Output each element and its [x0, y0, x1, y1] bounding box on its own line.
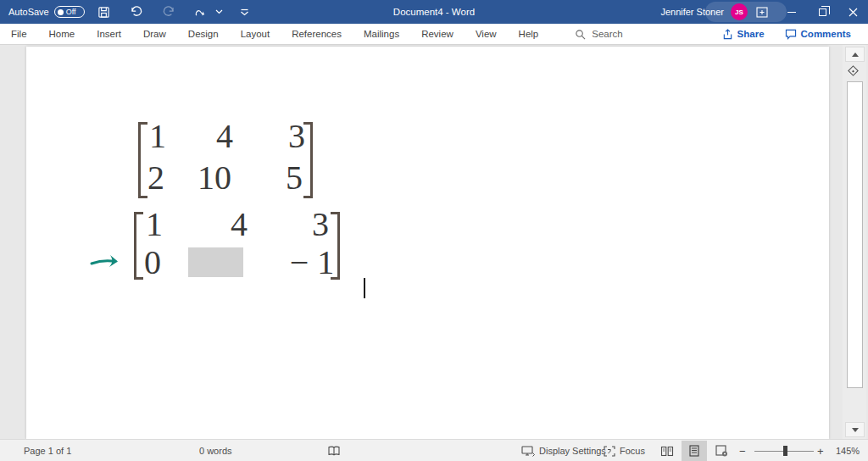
share-button[interactable]: Share [712, 24, 775, 45]
focus-mode-button[interactable]: Focus [604, 440, 645, 461]
display-settings-button[interactable]: Display Settings [521, 440, 606, 461]
matrix1-cell: 5 [269, 161, 320, 195]
matrix2-cell: 3 [295, 208, 346, 242]
scroll-up-icon [852, 53, 859, 57]
title-bar-right: Jennifer Stoner JS [660, 0, 868, 24]
ribbon-display-options-button[interactable] [748, 0, 776, 24]
customize-qat-icon [240, 8, 249, 16]
matrix2-cell: 0 [127, 246, 178, 280]
matrix1-cell: 2 [131, 161, 181, 195]
account-name[interactable]: Jennifer Stoner [660, 7, 724, 17]
split-handle-icon [848, 65, 859, 76]
matrix1-cell: 3 [271, 119, 322, 153]
focus-label: Focus [620, 446, 645, 456]
display-settings-icon [521, 446, 535, 457]
zoom-in-button[interactable]: + [817, 440, 824, 461]
ink-pen-icon [194, 6, 207, 19]
save-icon [97, 6, 110, 19]
share-icon [722, 29, 733, 40]
minimize-icon [787, 12, 796, 13]
word-count-status[interactable]: 0 words [199, 440, 232, 461]
restore-button[interactable] [807, 0, 837, 24]
matrix2-cell: − 1 [287, 246, 337, 280]
ribbon-display-options-icon [756, 7, 768, 18]
document-page[interactable]: 1 4 3 2 10 5 1 4 3 0 − 1 [26, 47, 829, 439]
ink-mode-button[interactable] [188, 2, 214, 22]
page-number-status[interactable]: Page 1 of 1 [24, 440, 71, 461]
blank-answer-box[interactable] [188, 247, 243, 277]
focus-icon [604, 446, 615, 457]
quick-access-toolbar: AutoSave Off [8, 2, 258, 22]
comments-button[interactable]: Comments [775, 24, 861, 45]
restore-icon [819, 8, 826, 16]
comments-icon [785, 29, 797, 40]
chevron-down-icon [215, 9, 223, 14]
tab-view[interactable]: View [465, 24, 508, 45]
undo-icon [130, 5, 143, 19]
text-cursor [364, 278, 365, 298]
close-button[interactable] [837, 0, 868, 24]
print-layout-button[interactable] [682, 441, 707, 461]
vertical-scrollbar[interactable] [843, 45, 866, 439]
tab-design[interactable]: Design [177, 24, 230, 45]
scrollbar-thumb[interactable] [847, 81, 863, 388]
ribbon-right-actions: Share Comments [712, 24, 861, 45]
undo-button[interactable] [124, 2, 149, 22]
tab-mailings[interactable]: Mailings [353, 24, 410, 45]
matrix2-cell: 4 [214, 208, 264, 242]
autosave-state: Off [66, 8, 76, 16]
zoom-level[interactable]: 145% [836, 440, 860, 461]
display-settings-label: Display Settings [539, 446, 606, 456]
autosave-toggle[interactable]: Off [54, 6, 85, 18]
autosave-toggle-knob [58, 9, 64, 15]
matrix1-cell: 4 [199, 119, 250, 153]
ribbon-tab-bar: File Home Insert Draw Design Layout Refe… [0, 24, 868, 45]
title-bar: AutoSave Off Document4 - Word Jennifer S… [0, 0, 868, 24]
ink-arrow[interactable] [90, 249, 124, 273]
tab-home[interactable]: Home [38, 24, 86, 45]
customize-qat-button[interactable] [232, 2, 258, 22]
matrix1-cell: 10 [189, 161, 240, 195]
document-area: 1 4 3 2 10 5 1 4 3 0 − 1 [0, 45, 868, 439]
proofing-status-button[interactable] [327, 440, 341, 461]
scroll-down-button[interactable] [845, 422, 865, 437]
read-mode-button[interactable] [654, 441, 680, 461]
matrix2-cell: 1 [129, 208, 180, 242]
proofing-book-icon [327, 445, 341, 457]
ink-mode-dropdown[interactable] [214, 2, 225, 22]
status-bar: Page 1 of 1 0 words Display Settings Foc… [0, 439, 868, 461]
tab-review[interactable]: Review [410, 24, 465, 45]
web-layout-button[interactable] [709, 441, 734, 461]
redo-icon [162, 5, 175, 19]
tab-help[interactable]: Help [508, 24, 550, 45]
share-label: Share [737, 29, 765, 39]
search-input[interactable]: Search [575, 29, 622, 40]
avatar[interactable]: JS [731, 3, 748, 20]
comments-label: Comments [801, 29, 851, 39]
search-icon [575, 29, 586, 40]
print-layout-icon [689, 445, 699, 457]
tab-file[interactable]: File [0, 24, 38, 45]
web-layout-icon [715, 445, 728, 457]
read-mode-icon [660, 446, 674, 457]
redo-button[interactable] [156, 2, 181, 22]
tab-layout[interactable]: Layout [230, 24, 281, 45]
search-placeholder: Search [592, 29, 622, 39]
tab-references[interactable]: References [281, 24, 353, 45]
tab-insert[interactable]: Insert [86, 24, 132, 45]
tab-draw[interactable]: Draw [132, 24, 177, 45]
zoom-out-button[interactable]: − [739, 440, 746, 461]
scroll-down-icon [852, 428, 859, 432]
scroll-up-button[interactable] [845, 47, 865, 62]
autosave-label: AutoSave [8, 7, 49, 17]
save-button[interactable] [92, 2, 117, 22]
matrix1-cell: 1 [132, 119, 183, 153]
zoom-slider-thumb[interactable] [783, 446, 787, 456]
close-icon [849, 8, 858, 17]
